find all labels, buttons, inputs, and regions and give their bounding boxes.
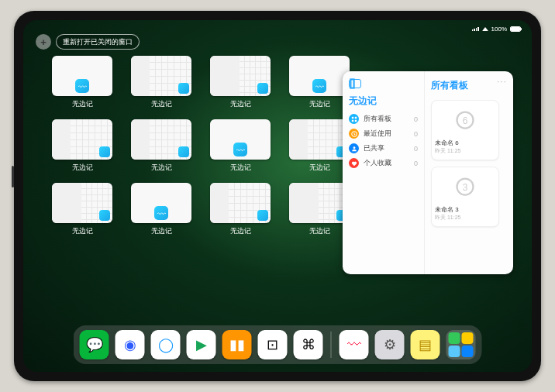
svg-rect-0	[350, 79, 353, 88]
dock-app-notes[interactable]: ▤	[411, 330, 440, 359]
dock-app-browser-q[interactable]: ◯	[151, 330, 181, 359]
thumb-label: 无边记	[309, 226, 330, 236]
dock-app-browser-hd[interactable]: ◉	[115, 330, 145, 359]
thumb-preview	[131, 56, 191, 96]
board-subtitle: 昨天 11:25	[435, 147, 495, 155]
thumb-label: 无边记	[230, 226, 251, 236]
thumb-label: 无边记	[72, 226, 93, 236]
svg-text:3: 3	[463, 182, 468, 193]
dock-app-nodes[interactable]: ⌘	[294, 330, 323, 359]
dock-app-settings[interactable]: ⚙︎	[375, 330, 405, 359]
window-grid: 无边记无边记无边记无边记无边记无边记无边记无边记无边记无边记无边记无边记	[48, 56, 353, 242]
cell-signal-icon	[472, 27, 479, 31]
new-window-button[interactable]: +	[36, 34, 51, 50]
sidebar-item[interactable]: 所有看板0	[349, 114, 418, 124]
heart-icon	[349, 158, 359, 168]
dock-app-books[interactable]: ▮▮	[222, 330, 252, 359]
thumb-label: 无边记	[151, 99, 172, 109]
window-thumb[interactable]: 无边记	[206, 119, 274, 178]
board-subtitle: 昨天 11:25	[435, 214, 495, 222]
thumb-preview	[131, 183, 191, 223]
board-title: 未命名 6	[435, 139, 495, 147]
dock-separator	[331, 332, 332, 358]
thumb-label: 无边记	[151, 163, 172, 173]
thumb-preview	[210, 119, 271, 160]
sidebar-item[interactable]: 最近使用0	[349, 129, 418, 139]
thumb-preview	[210, 56, 271, 96]
screen: 100% + 重新打开已关闭的窗口 无边记无边记无边记无边记无边记无边记无边记无…	[23, 20, 532, 372]
sidebar-item-count: 0	[414, 145, 418, 153]
people-icon	[349, 143, 359, 153]
window-thumb[interactable]: 无边记	[48, 119, 116, 178]
battery-icon	[510, 26, 521, 32]
svg-text:6: 6	[463, 115, 468, 126]
status-bar: 100%	[23, 23, 532, 34]
window-thumb[interactable]: 无边记	[48, 183, 116, 242]
thumb-preview	[52, 56, 112, 96]
sidebar-item[interactable]: 已共享0	[349, 143, 418, 153]
reopen-closed-window-button[interactable]: 重新打开已关闭的窗口	[56, 34, 140, 50]
thumb-preview	[52, 183, 112, 223]
sidebar-title: 无边记	[349, 95, 418, 108]
board-preview: 3	[435, 170, 495, 203]
svg-rect-2	[354, 116, 356, 118]
sidebar: 无边记 所有看板0最近使用0已共享0个人收藏0	[343, 71, 425, 274]
grid-icon	[349, 114, 359, 124]
board-title: 未命名 3	[435, 205, 495, 214]
svg-rect-4	[354, 119, 356, 121]
thumb-preview	[289, 183, 350, 223]
window-thumb[interactable]: 无边记	[48, 56, 116, 115]
thumb-preview	[289, 119, 350, 160]
sidebar-item-label: 已共享	[364, 143, 384, 153]
board-card[interactable]: 6未命名 6昨天 11:25	[431, 100, 499, 160]
board-preview: 6	[435, 104, 495, 136]
thumb-label: 无边记	[72, 99, 93, 109]
sidebar-item-label: 最近使用	[364, 129, 391, 139]
thumb-preview	[210, 183, 271, 223]
sidebar-item-count: 0	[414, 160, 418, 167]
dock-app-dice[interactable]: ⊡	[258, 330, 288, 359]
power-button[interactable]	[12, 166, 14, 187]
sidebar-item-count: 0	[414, 130, 418, 138]
svg-rect-3	[351, 119, 353, 121]
dock: 💬◉◯▶▮▮⊡⌘〰⚙︎▤	[74, 325, 482, 364]
wifi-icon	[482, 27, 488, 31]
freeform-main-window[interactable]: 无边记 所有看板0最近使用0已共享0个人收藏0 ··· 所有看板 6未命名 6昨…	[343, 71, 513, 274]
dock-app-wechat[interactable]: 💬	[80, 330, 109, 359]
window-thumb[interactable]: 无边记	[127, 119, 195, 178]
window-thumb[interactable]: 无边记	[206, 183, 274, 242]
boards-pane: ··· 所有看板 6未命名 6昨天 11:253未命名 3昨天 11:25	[425, 71, 513, 274]
window-thumb[interactable]: 无边记	[127, 56, 195, 115]
sidebar-item-label: 个人收藏	[364, 158, 391, 168]
thumb-label: 无边记	[151, 226, 172, 236]
thumb-label: 无边记	[309, 163, 330, 173]
thumb-preview	[131, 119, 191, 160]
thumb-preview	[52, 119, 112, 160]
thumb-label: 无边记	[72, 163, 93, 173]
thumb-preview	[289, 56, 350, 96]
svg-point-6	[353, 146, 355, 149]
ipad-frame: 100% + 重新打开已关闭的窗口 无边记无边记无边记无边记无边记无边记无边记无…	[14, 11, 541, 381]
window-thumb[interactable]: 无边记	[206, 56, 274, 115]
thumb-label: 无边记	[230, 163, 251, 173]
thumb-label: 无边记	[309, 99, 330, 109]
battery-pct: 100%	[491, 26, 507, 33]
sidebar-toggle-icon[interactable]	[349, 79, 361, 88]
clock-icon	[349, 129, 359, 139]
board-card[interactable]: 3未命名 3昨天 11:25	[431, 167, 499, 227]
dock-app-freeform[interactable]: 〰	[340, 330, 369, 359]
dock-app-library[interactable]	[446, 330, 476, 359]
window-thumb[interactable]: 无边记	[127, 183, 195, 242]
thumb-label: 无边记	[230, 99, 251, 109]
more-icon[interactable]: ···	[497, 76, 507, 87]
dock-app-play[interactable]: ▶	[187, 330, 216, 359]
sidebar-item-count: 0	[414, 115, 418, 123]
svg-rect-1	[351, 116, 353, 118]
sidebar-item-label: 所有看板	[364, 114, 391, 124]
sidebar-item[interactable]: 个人收藏0	[349, 158, 418, 168]
boards-title: 所有看板	[431, 79, 507, 92]
